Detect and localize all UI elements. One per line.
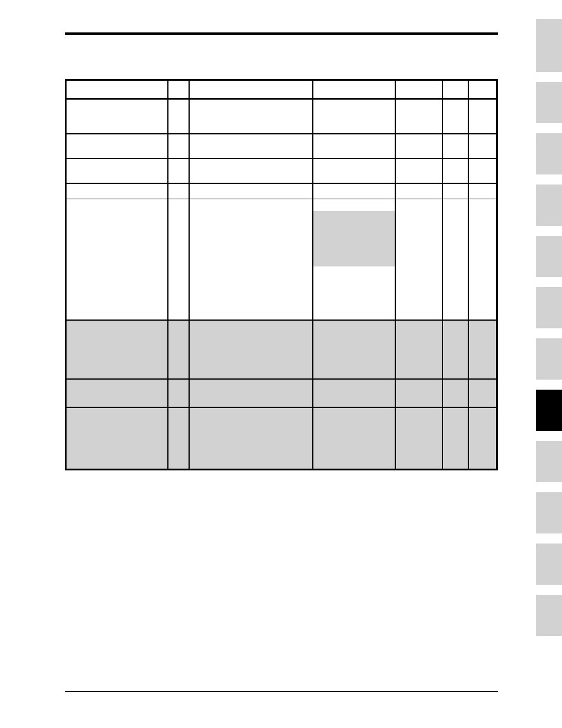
cell [168, 199, 189, 320]
cell [67, 199, 168, 320]
cell [442, 199, 468, 320]
cell [468, 199, 496, 320]
table-row [67, 199, 496, 320]
cell [168, 183, 189, 199]
table-header-row [67, 81, 496, 98]
cell [168, 379, 189, 407]
cell [395, 159, 442, 183]
cell [189, 183, 313, 199]
header-cell [442, 81, 468, 98]
main-table [65, 79, 498, 470]
cell [468, 407, 496, 469]
header-cell [67, 81, 168, 98]
side-tab[interactable] [536, 287, 562, 328]
cell [67, 134, 168, 159]
cell [189, 98, 313, 134]
cell [67, 183, 168, 199]
cell [468, 98, 496, 134]
cell [168, 407, 189, 469]
cell [468, 320, 496, 379]
cell [468, 134, 496, 159]
table-row [67, 98, 496, 134]
cell [442, 159, 468, 183]
cell [67, 407, 168, 469]
cell [395, 134, 442, 159]
cell [468, 183, 496, 199]
cell [189, 159, 313, 183]
cell [67, 320, 168, 379]
header-cell [468, 81, 496, 98]
cell [313, 159, 395, 183]
cell [313, 320, 395, 379]
cell [168, 159, 189, 183]
cell [189, 134, 313, 159]
side-tab[interactable] [536, 185, 562, 226]
side-tab[interactable] [536, 236, 562, 277]
cell [313, 134, 395, 159]
cell [395, 98, 442, 134]
cell [395, 407, 442, 469]
cell [395, 199, 442, 320]
inner-shaded-block [313, 211, 395, 266]
cell [189, 199, 313, 320]
cell [313, 183, 395, 199]
cell [168, 134, 189, 159]
side-tab[interactable] [536, 543, 562, 585]
cell [189, 320, 313, 379]
header-cell [395, 81, 442, 98]
cell [442, 134, 468, 159]
header-cell [313, 81, 395, 98]
cell [468, 159, 496, 183]
cell [189, 407, 313, 469]
cell [395, 183, 442, 199]
cell [313, 199, 395, 320]
top-rule [65, 32, 498, 35]
header-cell [189, 81, 313, 98]
cell [313, 379, 395, 407]
side-tab[interactable] [536, 19, 562, 72]
side-tabs [536, 19, 562, 646]
cell [313, 407, 395, 469]
cell [442, 379, 468, 407]
cell [442, 320, 468, 379]
table-row [67, 159, 496, 183]
page-content [65, 32, 498, 470]
side-tab[interactable] [536, 492, 562, 533]
side-tab[interactable] [536, 441, 562, 482]
table-row [67, 407, 496, 469]
cell [189, 379, 313, 407]
side-tab[interactable] [536, 595, 562, 636]
table-row [67, 379, 496, 407]
cell [442, 98, 468, 134]
side-tab[interactable] [536, 338, 562, 380]
cell [395, 320, 442, 379]
cell [168, 320, 189, 379]
side-tab[interactable] [536, 82, 562, 123]
side-tab-active[interactable] [536, 390, 562, 431]
cell [313, 98, 395, 134]
header-cell [168, 81, 189, 98]
cell [442, 407, 468, 469]
table-row [67, 134, 496, 159]
cell [442, 183, 468, 199]
cell [67, 159, 168, 183]
table-row [67, 320, 496, 379]
cell [67, 98, 168, 134]
cell [67, 379, 168, 407]
cell [395, 379, 442, 407]
cell [168, 98, 189, 134]
side-tab[interactable] [536, 133, 562, 174]
cell [468, 379, 496, 407]
bottom-rule [65, 691, 498, 692]
table-row [67, 183, 496, 199]
